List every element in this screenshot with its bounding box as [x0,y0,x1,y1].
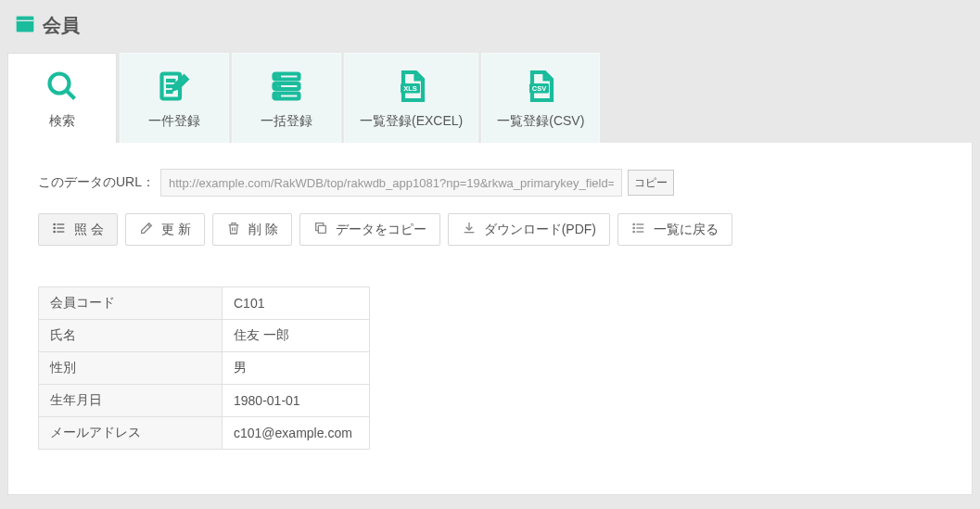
field-value: 住友 一郎 [223,320,370,352]
field-value: 男 [223,352,370,385]
page-title: 会員 [43,13,80,38]
table-row: 性別 男 [39,352,370,385]
download-icon [462,221,477,238]
field-value: 1980-01-01 [223,385,370,417]
tab-register-bulk[interactable]: 一括登録 [232,53,341,143]
list-icon [52,221,67,238]
table-row: 生年月日 1980-01-01 [39,385,370,417]
copy-data-button[interactable]: データをコピー [299,213,440,246]
action-toolbar: 照 会 更 新 削 除 データをコピー ダウンロード(PDF) 一覧に戻る [38,213,942,246]
table-row: 氏名 住友 一郎 [39,320,370,352]
table-row: メールアドレス c101@example.com [39,417,370,450]
delete-button[interactable]: 削 除 [212,213,292,246]
field-value: c101@example.com [223,417,370,450]
svg-point-24 [54,223,55,224]
url-row: このデータのURL： コピー [38,169,942,197]
field-value: C101 [223,287,370,320]
copy-icon [313,221,328,238]
tabs: 検索 一件登録 一括登録 XLS 一覧登録(EXCEL) CSV 一覧登録(CS… [7,53,973,143]
page-header: 会員 [7,7,973,53]
svg-text:CSV: CSV [532,84,546,93]
tab-register-csv[interactable]: CSV 一覧登録(CSV) [481,53,600,143]
button-label: 一覧に戻る [654,222,719,238]
tab-label: 一覧登録(EXCEL) [360,113,463,130]
svg-point-5 [50,74,70,94]
svg-point-35 [633,227,634,228]
list-icon [631,221,646,238]
tab-label: 一件登録 [135,113,213,130]
back-to-list-button[interactable]: 一覧に戻る [617,213,732,246]
field-label: 生年月日 [39,385,223,417]
button-label: 削 除 [248,222,278,238]
tab-register-excel[interactable]: XLS 一覧登録(EXCEL) [344,53,478,143]
content-panel: このデータのURL： コピー 照 会 更 新 削 除 データをコピー ダウンロー… [7,143,973,495]
svg-rect-2 [17,20,33,32]
table-row: 会員コード C101 [39,287,370,320]
svg-point-34 [633,223,634,224]
pencil-icon [139,221,154,238]
trash-icon [226,221,241,238]
update-button[interactable]: 更 新 [125,213,205,246]
svg-point-16 [277,95,279,96]
search-icon [23,67,101,106]
svg-rect-30 [318,225,325,233]
svg-point-36 [633,231,634,232]
url-label: このデータのURL： [38,174,155,191]
download-pdf-button[interactable]: ダウンロード(PDF) [448,213,610,246]
xls-file-icon: XLS [360,67,463,106]
button-label: データをコピー [336,222,426,238]
svg-point-26 [54,231,55,232]
tab-label: 検索 [23,113,101,130]
svg-point-25 [54,227,55,228]
tab-search[interactable]: 検索 [7,53,117,143]
csv-file-icon: CSV [497,67,584,106]
svg-line-6 [67,91,74,98]
button-label: 照 会 [74,222,104,238]
copy-url-button[interactable]: コピー [628,170,674,196]
form-edit-icon [135,67,213,106]
field-label: 性別 [39,352,223,385]
button-label: 更 新 [161,222,191,238]
view-button[interactable]: 照 会 [38,213,118,246]
svg-text:XLS: XLS [403,84,417,93]
tab-label: 一覧登録(CSV) [497,113,584,130]
window-icon [15,14,35,37]
url-input[interactable] [160,169,622,197]
button-label: ダウンロード(PDF) [484,222,596,238]
tab-register-single[interactable]: 一件登録 [120,53,229,143]
tab-label: 一括登録 [248,113,325,130]
svg-point-15 [277,85,279,87]
field-label: メールアドレス [39,417,223,450]
stack-icon [248,67,325,106]
field-label: 氏名 [39,320,223,352]
field-label: 会員コード [39,287,223,320]
svg-point-14 [277,75,279,77]
detail-table: 会員コード C101 氏名 住友 一郎 性別 男 生年月日 1980-01-01… [38,286,370,450]
